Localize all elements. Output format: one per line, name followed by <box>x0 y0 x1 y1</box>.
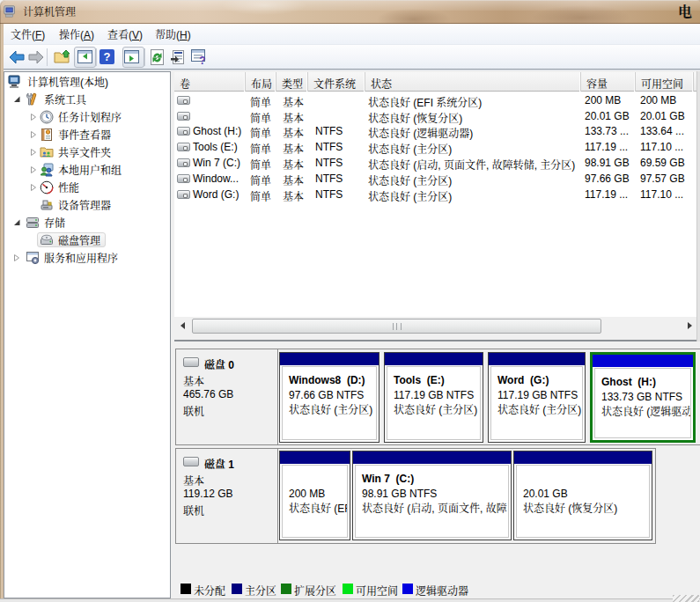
svg-text:?: ? <box>199 55 205 65</box>
svg-text:?: ? <box>104 50 111 63</box>
